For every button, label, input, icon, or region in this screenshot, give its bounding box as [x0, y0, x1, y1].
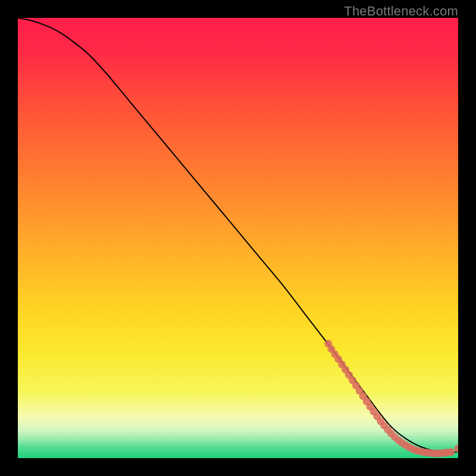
chart-stage: TheBottleneck.com: [0, 0, 476, 476]
plot-area: [18, 18, 458, 458]
chart-svg: [18, 18, 458, 458]
chart-background: [18, 18, 458, 458]
scatter-point: [447, 448, 455, 456]
watermark-text: TheBottleneck.com: [344, 4, 458, 19]
